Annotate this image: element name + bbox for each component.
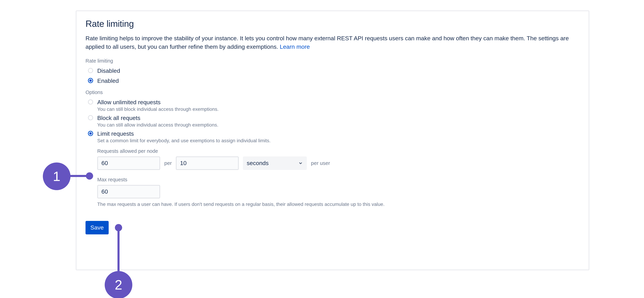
learn-more-link[interactable]: Learn more <box>280 43 310 50</box>
annotation-1: 1 <box>43 162 70 190</box>
limit-fields: Requests allowed per node per seconds pe… <box>86 148 580 207</box>
state-radio-group: Disabled Enabled <box>86 67 580 85</box>
radio-help-block-all: You can still allow individual access th… <box>97 122 218 128</box>
radio-enabled[interactable] <box>88 78 93 83</box>
radio-label-allow-unlimited: Allow unlimited requests <box>97 99 218 106</box>
requests-count-input[interactable] <box>97 156 160 170</box>
radio-label-limit: Limit requests <box>97 130 270 137</box>
radio-label-enabled: Enabled <box>97 77 119 84</box>
radio-item-disabled[interactable]: Disabled <box>86 67 580 74</box>
annotation-1-badge: 1 <box>43 162 70 190</box>
radio-item-enabled[interactable]: Enabled <box>86 77 580 84</box>
options-radio-group: Allow unlimited requests You can still b… <box>86 99 580 143</box>
save-button[interactable]: Save <box>86 221 109 234</box>
max-requests-label: Max requests <box>97 177 580 183</box>
time-unit-select[interactable]: seconds <box>243 156 307 170</box>
annotation-2: 2 <box>105 271 132 298</box>
page-description: Rate limiting helps to improve the stabi… <box>86 34 580 51</box>
radio-disabled[interactable] <box>88 68 93 73</box>
radio-label-block-all: Block all requets <box>97 114 218 122</box>
radio-help-limit: Set a common limit for everybody, and us… <box>97 138 270 143</box>
radio-item-block-all[interactable]: Block all requets You can still allow in… <box>86 114 580 128</box>
annotation-2-badge: 2 <box>105 271 132 298</box>
max-requests-input[interactable] <box>97 185 160 198</box>
per-user-text: per user <box>311 160 330 166</box>
radio-allow-unlimited[interactable] <box>88 99 93 105</box>
page-title: Rate limiting <box>86 19 580 29</box>
annotation-2-connector-line <box>118 227 120 272</box>
requests-allowed-label: Requests allowed per node <box>97 148 580 154</box>
per-text: per <box>164 160 172 166</box>
description-text: Rate limiting helps to improve the stabi… <box>86 35 569 50</box>
state-section-label: Rate limiting <box>86 58 580 64</box>
radio-item-limit[interactable]: Limit requests Set a common limit for ev… <box>86 130 580 143</box>
radio-label-disabled: Disabled <box>97 67 120 74</box>
annotation-1-connector-dot <box>86 172 93 180</box>
radio-help-allow-unlimited: You can still block individual access th… <box>97 107 218 112</box>
radio-block-all[interactable] <box>88 115 93 120</box>
chevron-down-icon <box>298 161 303 166</box>
requests-allowed-row: per seconds per user <box>97 156 580 170</box>
options-section-label: Options <box>86 90 580 95</box>
radio-item-allow-unlimited[interactable]: Allow unlimited requests You can still b… <box>86 99 580 112</box>
interval-input[interactable] <box>176 156 239 170</box>
rate-limiting-panel: Rate limiting Rate limiting helps to imp… <box>76 10 590 270</box>
radio-limit[interactable] <box>88 131 93 136</box>
annotation-2-connector-dot <box>115 224 122 231</box>
max-requests-help: The max requests a user can have. If use… <box>97 202 580 207</box>
time-unit-value: seconds <box>247 160 268 166</box>
